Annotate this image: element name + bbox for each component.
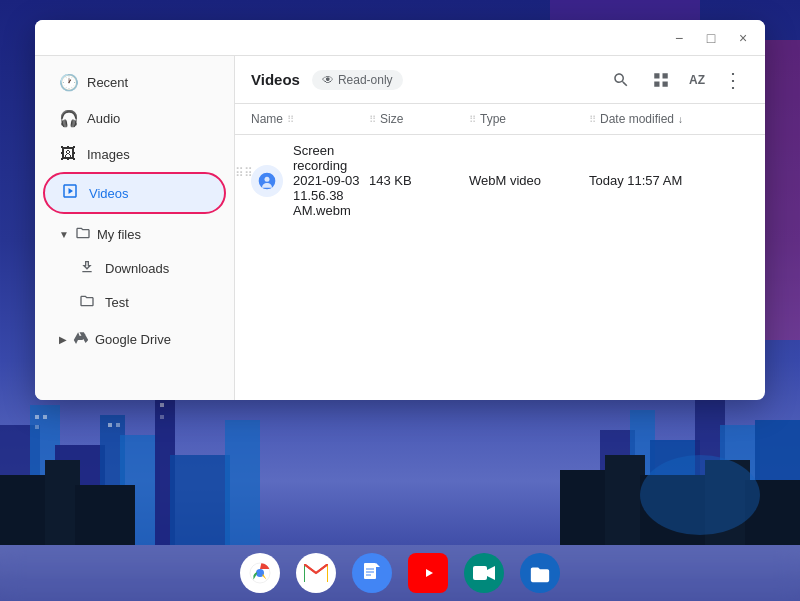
grid-view-button[interactable] [645, 64, 677, 96]
collapse-arrow-icon: ▶ [59, 334, 67, 345]
sort-direction-arrow: ↓ [678, 114, 683, 125]
date-sort-handle: ⠿ [589, 114, 596, 125]
my-files-icon [75, 225, 91, 244]
toolbar-title: Videos [251, 71, 300, 88]
sidebar-item-my-files[interactable]: ▼ My files [43, 218, 226, 251]
taskbar-icon-docs[interactable] [352, 553, 392, 593]
headphones-icon: 🎧 [59, 109, 77, 128]
more-options-button[interactable]: ⋮ [717, 64, 749, 96]
sidebar-item-images[interactable]: 🖼 Images [43, 137, 226, 171]
taskbar [0, 545, 800, 601]
file-type-cell: WebM video [469, 173, 589, 188]
column-header-type[interactable]: ⠿ Type [469, 112, 589, 126]
svg-point-34 [257, 570, 263, 576]
svg-point-31 [265, 176, 270, 181]
sort-button[interactable]: AZ [685, 64, 709, 96]
close-button[interactable]: × [729, 24, 757, 52]
column-header-date[interactable]: ⠿ Date modified ↓ [589, 112, 749, 126]
my-files-section: ▼ My files Downloads Test [35, 218, 234, 319]
expand-arrow-icon: ▼ [59, 229, 69, 240]
sidebar-item-downloads[interactable]: Downloads [43, 252, 226, 285]
video-folder-icon [61, 182, 79, 204]
read-only-badge: 👁 Read-only [312, 70, 403, 90]
google-drive-icon [73, 330, 89, 349]
resize-handle[interactable]: ⠿⠿ [235, 166, 253, 180]
svg-rect-35 [364, 563, 376, 579]
type-sort-handle: ⠿ [469, 114, 476, 125]
test-folder-icon [79, 293, 95, 312]
file-name-cell: Screen recording 2021-09-03 11.56.38 AM.… [251, 143, 369, 218]
file-date-cell: Today 11:57 AM [589, 173, 749, 188]
file-size-cell: 143 KB [369, 173, 469, 188]
sidebar-item-test[interactable]: Test [43, 286, 226, 319]
sidebar: 🕐 Recent 🎧 Audio 🖼 Images Videos ▼ [35, 56, 235, 400]
table-body: Screen recording 2021-09-03 11.56.38 AM.… [235, 135, 765, 400]
maximize-button[interactable]: □ [697, 24, 725, 52]
downloads-icon [79, 259, 95, 278]
taskbar-icon-files[interactable] [520, 553, 560, 593]
file-manager-window: − □ × 🕐 Recent 🎧 Audio 🖼 Images [35, 20, 765, 400]
minimize-button[interactable]: − [665, 24, 693, 52]
taskbar-icon-chrome[interactable] [240, 553, 280, 593]
toolbar: Videos 👁 Read-only AZ ⋮ [235, 56, 765, 104]
taskbar-icon-gmail[interactable] [296, 553, 336, 593]
file-thumbnail [251, 165, 283, 197]
taskbar-icon-meet[interactable] [464, 553, 504, 593]
svg-rect-41 [473, 566, 487, 580]
search-button[interactable] [605, 64, 637, 96]
clock-icon: 🕐 [59, 73, 77, 92]
taskbar-icon-youtube[interactable] [408, 553, 448, 593]
sidebar-item-audio[interactable]: 🎧 Audio [43, 101, 226, 136]
column-header-size[interactable]: ⠿ Size [369, 112, 469, 126]
sidebar-item-videos[interactable]: Videos [43, 172, 226, 214]
sidebar-item-recent[interactable]: 🕐 Recent [43, 65, 226, 100]
table-row[interactable]: Screen recording 2021-09-03 11.56.38 AM.… [235, 135, 765, 226]
sidebar-item-google-drive[interactable]: ▶ Google Drive [43, 323, 226, 356]
window-body: 🕐 Recent 🎧 Audio 🖼 Images Videos ▼ [35, 56, 765, 400]
window-controls: − □ × [665, 24, 757, 52]
svg-marker-42 [487, 566, 495, 580]
main-content: Videos 👁 Read-only AZ ⋮ [235, 56, 765, 400]
name-sort-handle: ⠿ [287, 114, 294, 125]
column-header-name[interactable]: Name ⠿ [251, 112, 369, 126]
table-header: Name ⠿ ⠿ Size ⠿ Type ⠿ Date modified ↓ [235, 104, 765, 135]
eye-icon: 👁 [322, 73, 334, 87]
toolbar-actions: AZ ⋮ [605, 64, 749, 96]
title-bar: − □ × [35, 20, 765, 56]
image-icon: 🖼 [59, 145, 77, 163]
size-sort-handle: ⠿ [369, 114, 376, 125]
